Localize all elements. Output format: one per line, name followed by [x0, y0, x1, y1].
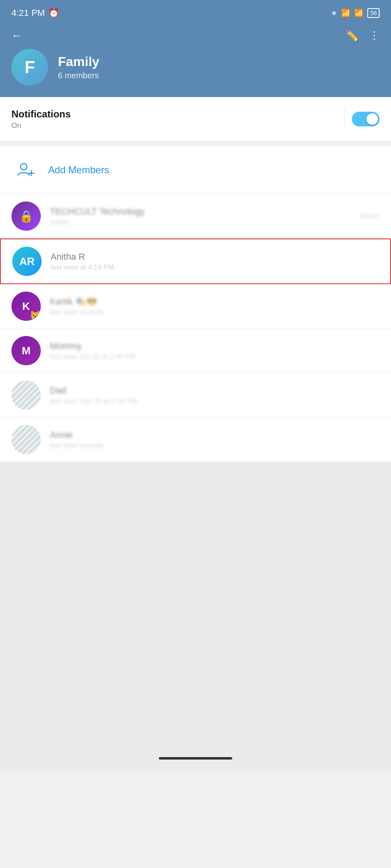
member-status-anitha: last seen at 4:19 PM — [51, 263, 379, 272]
member-row-dad[interactable]: Dad last seen Sep 29 at 5:56 PM — [0, 373, 391, 417]
header: ← ✏️ ⋮ F Family 6 members — [0, 24, 391, 97]
add-members-icon-container — [11, 156, 39, 184]
notifications-info: Notifications On — [11, 108, 71, 130]
notif-divider — [344, 108, 344, 130]
header-actions: ✏️ ⋮ — [345, 30, 380, 41]
group-members-count: 6 members — [58, 71, 99, 80]
kartik-emoji: 😾 — [30, 310, 41, 321]
member-status-annie: last seen recently — [50, 442, 380, 450]
svg-point-0 — [20, 163, 27, 170]
member-info-mommy: Mommy last seen Oct 05 at 1:46 PM — [50, 341, 380, 361]
edit-button[interactable]: ✏️ — [345, 30, 358, 41]
members-section: Add Members 🔒 TECHCULT Technology online… — [0, 146, 391, 462]
member-status-dad: last seen Sep 29 at 5:56 PM — [50, 397, 380, 405]
back-button[interactable]: ← — [11, 30, 22, 41]
notifications-section: Notifications On — [0, 97, 391, 141]
member-name-annie: Annie — [50, 430, 380, 440]
group-details: Family 6 members — [58, 54, 99, 80]
member-avatar-mommy: M — [11, 336, 41, 365]
member-row-anitha[interactable]: AR Anitha R last seen at 4:19 PM — [0, 239, 391, 284]
member-info-annie: Annie last seen recently — [50, 430, 380, 450]
member-avatar-kartik: K 😾 — [11, 292, 41, 321]
group-avatar: F — [11, 49, 48, 86]
member-avatar-techcult: 🔒 — [11, 201, 41, 231]
add-members-label: Add Members — [48, 164, 109, 176]
header-top: ← ✏️ ⋮ — [11, 30, 380, 41]
member-avatar-anitha: AR — [12, 247, 42, 276]
bluetooth-icon: ∗ — [331, 9, 337, 18]
home-indicator-bar — [159, 757, 232, 760]
member-name-techcult: TECHCULT Technology — [50, 206, 350, 217]
member-row-kartik[interactable]: K 😾 Kartik 🎭😎 last seen recently — [0, 284, 391, 329]
toggle-track[interactable] — [352, 112, 380, 126]
member-row-techcult[interactable]: 🔒 TECHCULT Technology online Owner — [0, 194, 391, 239]
more-options-button[interactable]: ⋮ — [369, 30, 380, 41]
home-indicator-area — [0, 747, 391, 772]
member-row-annie[interactable]: Annie last seen recently — [0, 417, 391, 462]
status-time: 4:21 PM ⏰ — [11, 8, 59, 18]
signal-icon: 📶 — [341, 9, 350, 18]
member-info-kartik: Kartik 🎭😎 last seen recently — [50, 296, 380, 316]
member-status-mommy: last seen Oct 05 at 1:46 PM — [50, 353, 380, 361]
member-status-techcult: online — [50, 218, 350, 226]
group-name: Family — [58, 54, 99, 69]
wifi-icon: 📶 — [354, 9, 363, 18]
battery-icon: 56 — [367, 8, 380, 18]
member-info-dad: Dad last seen Sep 29 at 5:56 PM — [50, 385, 380, 405]
bottom-area — [0, 462, 391, 747]
member-name-mommy: Mommy — [50, 341, 380, 351]
member-name-dad: Dad — [50, 385, 380, 396]
notifications-label: Notifications — [11, 108, 71, 120]
member-status-kartik: last seen recently — [50, 308, 380, 316]
add-person-icon — [16, 161, 34, 179]
group-info: F Family 6 members — [11, 49, 380, 86]
status-bar: 4:21 PM ⏰ ∗ 📶 📶 56 — [0, 0, 391, 24]
member-row-mommy[interactable]: M Mommy last seen Oct 05 at 1:46 PM — [0, 329, 391, 373]
toggle-thumb — [367, 113, 378, 125]
add-members-row[interactable]: Add Members — [0, 146, 391, 194]
owner-badge: Owner — [359, 212, 380, 220]
member-info-anitha: Anitha R last seen at 4:19 PM — [51, 252, 379, 272]
notifications-status: On — [11, 121, 71, 130]
member-avatar-annie — [11, 425, 41, 454]
status-icons: ∗ 📶 📶 56 — [331, 8, 380, 18]
member-name-anitha: Anitha R — [51, 252, 379, 262]
alarm-icon: ⏰ — [48, 8, 59, 18]
member-info-techcult: TECHCULT Technology online — [50, 206, 350, 226]
member-avatar-dad — [11, 380, 41, 410]
member-name-kartik: Kartik 🎭😎 — [50, 296, 380, 307]
time-display: 4:21 PM — [11, 8, 45, 18]
notifications-toggle[interactable] — [352, 112, 380, 126]
